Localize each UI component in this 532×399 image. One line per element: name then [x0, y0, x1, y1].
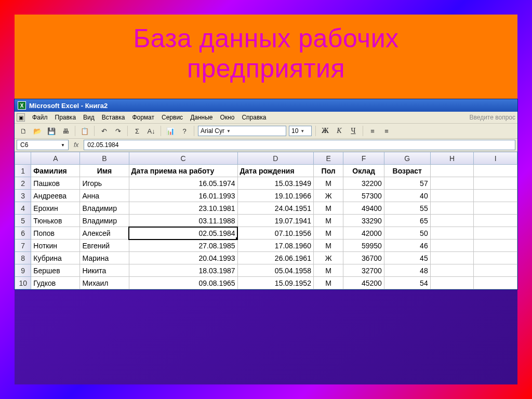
cell[interactable]: [430, 252, 474, 264]
cell[interactable]: 32700: [343, 264, 384, 277]
cell[interactable]: Ж: [313, 190, 343, 202]
cell[interactable]: Михаил: [80, 277, 129, 289]
cell[interactable]: Оклад: [343, 165, 384, 177]
cell[interactable]: [474, 190, 517, 202]
row-header[interactable]: 7: [15, 240, 31, 252]
cell[interactable]: 45: [384, 252, 430, 264]
copy-icon[interactable]: 📋: [79, 125, 90, 137]
cell[interactable]: 45200: [343, 277, 384, 289]
cell[interactable]: Гудков: [31, 277, 80, 289]
cell[interactable]: 15.03.1949: [237, 177, 313, 190]
spreadsheet-grid[interactable]: A B C D E F G H I 1 Фамилия: [15, 152, 517, 289]
cell[interactable]: Владимир: [80, 215, 129, 227]
menu-window[interactable]: Окно: [220, 114, 234, 121]
cell[interactable]: 19.07.1941: [237, 215, 313, 227]
cell[interactable]: Никита: [80, 264, 129, 277]
new-icon[interactable]: 🗋: [18, 125, 29, 137]
cell[interactable]: 32200: [343, 177, 384, 190]
align-left-icon[interactable]: ≡: [367, 125, 378, 137]
cell[interactable]: Марина: [80, 252, 129, 264]
cell[interactable]: Евгений: [80, 240, 129, 252]
cell[interactable]: [474, 240, 517, 252]
cell[interactable]: М: [313, 202, 343, 215]
row-header[interactable]: 4: [15, 202, 31, 215]
cell[interactable]: [430, 202, 474, 215]
row-header[interactable]: 2: [15, 177, 31, 190]
cell[interactable]: Алексей: [80, 227, 129, 240]
cell[interactable]: 40: [384, 190, 430, 202]
cell[interactable]: Пашков: [31, 177, 80, 190]
cell[interactable]: [474, 177, 517, 190]
cell[interactable]: 46: [384, 240, 430, 252]
row-header[interactable]: 8: [15, 252, 31, 264]
cell[interactable]: [430, 264, 474, 277]
font-name-select[interactable]: Arial Cyr▼: [198, 126, 286, 136]
menu-data[interactable]: Данные: [190, 114, 212, 121]
formula-content[interactable]: 02.05.1984: [84, 140, 515, 150]
cell[interactable]: 26.06.1961: [237, 252, 313, 264]
menu-tools[interactable]: Сервис: [162, 114, 183, 121]
bold-button[interactable]: Ж: [320, 125, 331, 137]
menu-help[interactable]: Справка: [242, 114, 266, 121]
cell[interactable]: Кубрина: [31, 252, 80, 264]
cell[interactable]: М: [313, 215, 343, 227]
row-header[interactable]: 6: [15, 227, 31, 240]
cell[interactable]: Имя: [80, 165, 129, 177]
cell[interactable]: 49400: [343, 202, 384, 215]
col-header[interactable]: E: [313, 152, 343, 165]
cell[interactable]: Фамилия: [31, 165, 80, 177]
cell[interactable]: М: [313, 227, 343, 240]
menu-file[interactable]: Файл: [32, 114, 48, 121]
cell[interactable]: 48: [384, 264, 430, 277]
cell[interactable]: 03.11.1988: [129, 215, 237, 227]
cell[interactable]: [430, 277, 474, 289]
align-center-icon[interactable]: ≡: [381, 125, 392, 137]
menu-format[interactable]: Формат: [132, 114, 154, 121]
cell[interactable]: [474, 227, 517, 240]
autosum-icon[interactable]: Σ: [131, 125, 143, 137]
cell[interactable]: 17.08.1960: [237, 240, 313, 252]
row-header[interactable]: 1: [15, 165, 31, 177]
cell[interactable]: [430, 190, 474, 202]
cell[interactable]: [474, 277, 517, 289]
redo-icon[interactable]: ↷: [112, 125, 124, 137]
col-header[interactable]: F: [343, 152, 384, 165]
cell[interactable]: 55: [384, 202, 430, 215]
cell[interactable]: Владимир: [80, 202, 129, 215]
font-size-select[interactable]: 10▼: [289, 126, 312, 136]
cell[interactable]: М: [313, 177, 343, 190]
cell[interactable]: [430, 215, 474, 227]
cell[interactable]: Анна: [80, 190, 129, 202]
name-box[interactable]: C6 ▼: [17, 140, 69, 150]
col-header[interactable]: D: [237, 152, 313, 165]
ask-question-box[interactable]: Введите вопрос: [432, 114, 515, 121]
cell[interactable]: 27.08.1985: [129, 240, 237, 252]
cell[interactable]: Андреева: [31, 190, 80, 202]
cell[interactable]: М: [313, 277, 343, 289]
sort-az-icon[interactable]: A↓: [145, 125, 157, 137]
menu-view[interactable]: Вид: [83, 114, 95, 121]
cell[interactable]: Ерохин: [31, 202, 80, 215]
cell[interactable]: [430, 227, 474, 240]
cell[interactable]: Пол: [313, 165, 343, 177]
col-header[interactable]: G: [384, 152, 430, 165]
cell[interactable]: [430, 177, 474, 190]
cell[interactable]: [474, 165, 517, 177]
cell[interactable]: 54: [384, 277, 430, 289]
cell[interactable]: [474, 202, 517, 215]
chart-icon[interactable]: 📊: [165, 125, 176, 137]
select-all-corner[interactable]: [15, 152, 31, 165]
cell[interactable]: Ноткин: [31, 240, 80, 252]
cell[interactable]: М: [313, 240, 343, 252]
menu-insert[interactable]: Вставка: [102, 114, 125, 121]
cell[interactable]: 57: [384, 177, 430, 190]
italic-button[interactable]: К: [334, 125, 345, 137]
cell[interactable]: 16.01.1993: [129, 190, 237, 202]
menu-edit[interactable]: Правка: [55, 114, 76, 121]
cell[interactable]: [430, 240, 474, 252]
cell[interactable]: 23.10.1981: [129, 202, 237, 215]
col-header[interactable]: B: [80, 152, 129, 165]
cell[interactable]: 65: [384, 215, 430, 227]
col-header[interactable]: I: [474, 152, 517, 165]
cell[interactable]: 18.03.1987: [129, 264, 237, 277]
